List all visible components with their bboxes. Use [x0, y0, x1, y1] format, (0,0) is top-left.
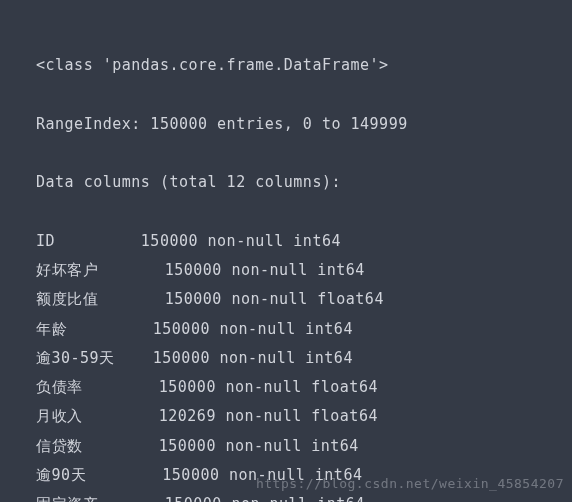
- terminal-output: <class 'pandas.core.frame.DataFrame'> Ra…: [0, 0, 572, 502]
- column-dtype: int64: [317, 495, 365, 502]
- column-pad: [98, 495, 165, 502]
- column-count: 150000: [165, 261, 222, 279]
- column-row: 额度比值 150000 non-null float64: [36, 285, 550, 314]
- column-pad: [98, 290, 165, 308]
- column-pad: [115, 349, 153, 367]
- column-row: 好坏客户 150000 non-null int64: [36, 256, 550, 285]
- column-count: 150000: [153, 349, 210, 367]
- column-row: 逾30-59天 150000 non-null int64: [36, 344, 550, 373]
- column-name: 信贷数: [36, 437, 83, 455]
- column-name: 月收入: [36, 407, 83, 425]
- column-count: 150000: [162, 466, 219, 484]
- column-null: non-null: [225, 437, 301, 455]
- column-null: non-null: [231, 290, 307, 308]
- column-dtype: int64: [293, 232, 341, 250]
- column-count: 150000: [153, 320, 210, 338]
- column-row: 负债率 150000 non-null float64: [36, 373, 550, 402]
- column-row: 年龄 150000 non-null int64: [36, 315, 550, 344]
- column-name: ID: [36, 232, 55, 250]
- data-columns-line: Data columns (total 12 columns):: [36, 168, 550, 197]
- column-name: 逾90天: [36, 466, 86, 484]
- column-pad: [55, 232, 141, 250]
- column-count: 150000: [159, 378, 216, 396]
- column-pad: [67, 320, 153, 338]
- column-pad: [86, 466, 162, 484]
- column-count: 150000: [165, 290, 222, 308]
- column-row: ID 150000 non-null int64: [36, 227, 550, 256]
- column-dtype: float64: [311, 407, 378, 425]
- column-name: 负债率: [36, 378, 83, 396]
- column-pad: [98, 261, 165, 279]
- column-name: 固定资产: [36, 495, 98, 502]
- column-null: non-null: [231, 495, 307, 502]
- column-null: non-null: [208, 232, 284, 250]
- column-name: 额度比值: [36, 290, 98, 308]
- column-null: non-null: [225, 407, 301, 425]
- column-dtype: int64: [305, 349, 353, 367]
- column-dtype: float64: [317, 290, 384, 308]
- watermark: https://blog.csdn.net/weixin_45854207: [256, 471, 564, 496]
- column-name: 好坏客户: [36, 261, 98, 279]
- column-count: 150000: [159, 437, 216, 455]
- column-pad: [83, 437, 159, 455]
- column-dtype: int64: [305, 320, 353, 338]
- column-name: 年龄: [36, 320, 67, 338]
- column-row: 月收入 120269 non-null float64: [36, 402, 550, 431]
- columns-block: ID 150000 non-null int64好坏客户 150000 non-…: [36, 227, 550, 502]
- column-null: non-null: [220, 320, 296, 338]
- column-pad: [83, 378, 159, 396]
- column-null: non-null: [225, 378, 301, 396]
- column-count: 150000: [141, 232, 198, 250]
- column-count: 120269: [159, 407, 216, 425]
- column-count: 150000: [165, 495, 222, 502]
- class-line: <class 'pandas.core.frame.DataFrame'>: [36, 51, 550, 80]
- column-dtype: float64: [311, 378, 378, 396]
- column-dtype: int64: [317, 261, 365, 279]
- column-pad: [83, 407, 159, 425]
- column-null: non-null: [220, 349, 296, 367]
- column-name: 逾30-59天: [36, 349, 115, 367]
- column-dtype: int64: [311, 437, 359, 455]
- column-null: non-null: [231, 261, 307, 279]
- column-row: 信贷数 150000 non-null int64: [36, 432, 550, 461]
- range-index-line: RangeIndex: 150000 entries, 0 to 149999: [36, 110, 550, 139]
